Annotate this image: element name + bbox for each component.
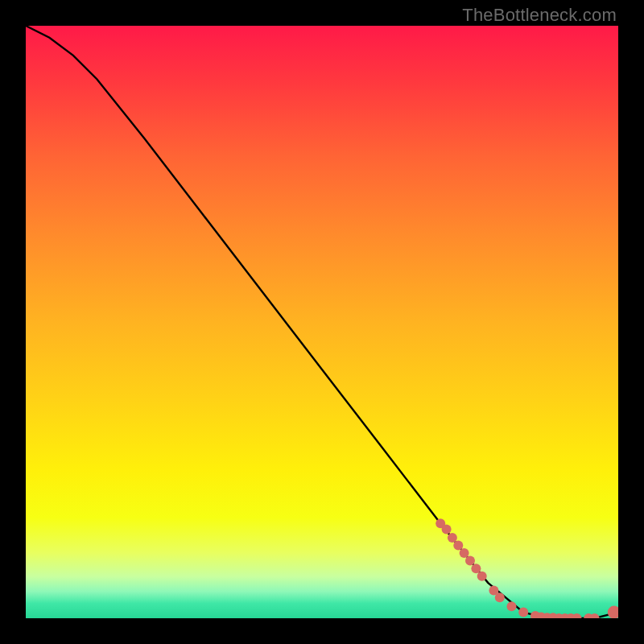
- marker-point: [465, 556, 475, 566]
- marker-point: [453, 541, 463, 551]
- bottleneck-chart: [26, 26, 618, 618]
- marker-point: [460, 548, 469, 558]
- marker-point: [448, 533, 457, 543]
- gradient-background: [26, 26, 618, 618]
- marker-point: [507, 601, 517, 611]
- marker-point: [495, 592, 505, 602]
- marker-point: [471, 564, 481, 573]
- marker-point: [477, 572, 487, 581]
- chart-frame: [26, 26, 618, 618]
- watermark-label: TheBottleneck.com: [462, 5, 617, 26]
- marker-point: [442, 525, 452, 535]
- marker-point: [518, 608, 528, 617]
